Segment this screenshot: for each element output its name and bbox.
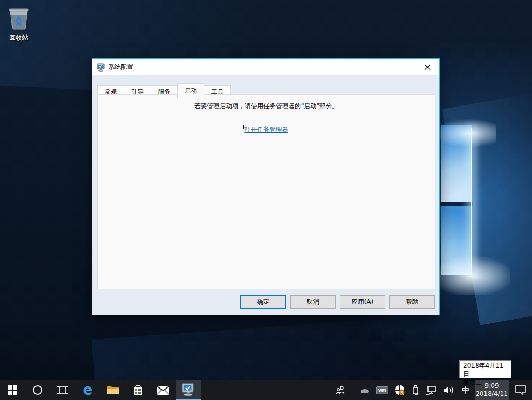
cancel-button[interactable]: 取消 xyxy=(290,295,336,309)
dialog-title: 系统配置 xyxy=(108,63,133,72)
people-icon xyxy=(336,386,346,394)
defender-tray-button[interactable] xyxy=(391,380,408,400)
close-icon xyxy=(424,64,431,70)
msconfig-taskbar-button[interactable] xyxy=(176,380,201,400)
dialog-titlebar[interactable]: 系统配置 xyxy=(92,59,439,75)
wallpaper-window-edge xyxy=(471,128,472,274)
msconfig-icon xyxy=(97,63,105,72)
file-explorer-button[interactable] xyxy=(100,380,125,400)
apply-button[interactable]: 应用(A) xyxy=(340,295,385,309)
edge-button[interactable]: e xyxy=(75,380,100,400)
date-tooltip: 2018年4月11日 星期三 xyxy=(459,360,511,378)
windows-logo-icon xyxy=(8,385,17,395)
usb-tray-button[interactable] xyxy=(408,380,423,400)
store-icon xyxy=(133,384,143,396)
mail-button[interactable] xyxy=(151,380,176,400)
close-button[interactable] xyxy=(415,59,439,75)
clock-date: 2018/4/11 xyxy=(475,390,509,398)
volume-tray-button[interactable] xyxy=(441,380,457,400)
defender-icon xyxy=(395,385,405,395)
recycle-bin-label: 回收站 xyxy=(3,33,34,42)
vmware-tray-button[interactable]: vm xyxy=(373,380,391,400)
startup-tab-panel: 若要管理启动项，请使用任务管理器的"启动"部分。 打开任务管理器 xyxy=(97,94,435,289)
vmware-icon: vm xyxy=(376,386,388,394)
action-center-button[interactable] xyxy=(509,380,532,400)
network-icon xyxy=(426,385,437,395)
startup-message: 若要管理启动项，请使用任务管理器的"启动"部分。 xyxy=(98,102,435,111)
dialog-buttons: 确定 取消 应用(A) 帮助 xyxy=(240,295,435,309)
ok-button[interactable]: 确定 xyxy=(240,295,286,309)
start-button[interactable] xyxy=(0,380,25,400)
cortana-search-button[interactable] xyxy=(25,380,50,400)
people-button[interactable] xyxy=(332,380,352,400)
mail-icon xyxy=(157,386,169,395)
onedrive-cloud-icon xyxy=(360,387,370,394)
recycle-bin-shortcut[interactable]: 回收站 xyxy=(3,5,34,42)
task-view-button[interactable] xyxy=(50,380,75,400)
usb-device-icon xyxy=(411,385,420,395)
cortana-circle-icon xyxy=(32,385,43,395)
wallpaper-window-crossbar xyxy=(440,202,473,206)
edge-icon: e xyxy=(83,383,93,397)
system-configuration-window: 系统配置 常规 引导 服务 启动 工具 若要管理启动项，请使用任务管理器的"启动… xyxy=(92,58,440,315)
taskbar: e xyxy=(0,380,532,400)
store-button[interactable] xyxy=(125,380,151,400)
tab-startup[interactable]: 启动 xyxy=(177,83,204,98)
action-center-icon xyxy=(515,385,526,395)
msconfig-icon xyxy=(181,383,195,396)
task-view-icon xyxy=(57,385,68,395)
volume-icon xyxy=(444,385,454,395)
tooltip-weekday: 星期三 xyxy=(463,378,507,386)
help-button[interactable]: 帮助 xyxy=(389,295,435,309)
open-task-manager-link[interactable]: 打开任务管理器 xyxy=(244,125,290,134)
file-explorer-icon xyxy=(107,385,119,395)
recycle-bin-icon xyxy=(7,5,31,32)
onedrive-tray-button[interactable] xyxy=(356,380,373,400)
tooltip-date: 2018年4月11日 xyxy=(463,361,507,378)
network-tray-button[interactable] xyxy=(423,380,441,400)
